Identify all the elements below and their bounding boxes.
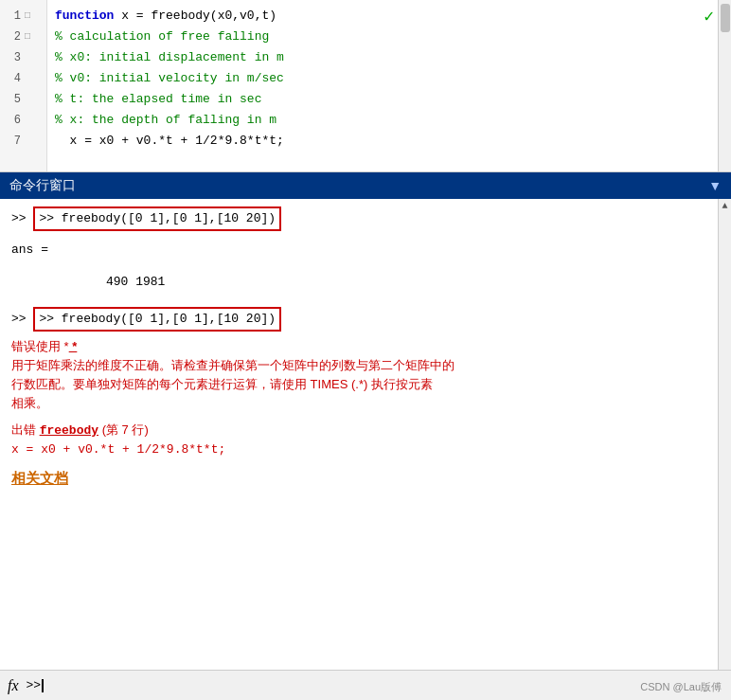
fx-label: fx xyxy=(8,677,19,694)
error-asterisk: * xyxy=(69,339,78,353)
ans-label: ans = xyxy=(11,241,712,260)
prompt-symbol-1: >> xyxy=(11,211,33,225)
code-line-4: % v0: initial velocity in m/sec xyxy=(55,68,710,89)
cmd-window-header: 命令行窗口 ▼ xyxy=(0,172,731,199)
line-numbers: 1 □ 2 □ 3 4 5 6 xyxy=(0,0,47,171)
editor-scrollbar[interactable] xyxy=(718,0,731,171)
error-location: 出错 freebody (第 7 行) xyxy=(11,421,712,440)
cmd-body[interactable]: >> >> freebody([0 1],[0 1],[10 20]) ans … xyxy=(0,199,731,670)
code-line-3: % x0: initial displacement in m xyxy=(55,47,710,68)
line-row-7: 7 xyxy=(4,131,43,152)
related-docs-link[interactable]: 相关文档 xyxy=(11,469,712,488)
cmd-dropdown-icon[interactable]: ▼ xyxy=(708,178,722,193)
prompt-symbol-2: >> xyxy=(11,312,33,326)
error-location-line-num: (第 7 行) xyxy=(98,422,149,437)
cursor xyxy=(42,679,44,692)
line-row-5: 5 xyxy=(4,89,43,110)
error-line-3: 行数匹配。要单独对矩阵的每个元素进行运算，请使用 TIMES (.*) 执行按元… xyxy=(11,375,712,394)
error-line-2: 用于矩阵乘法的维度不正确。请检查并确保第一个矩阵中的列数与第二个矩阵中的 xyxy=(11,356,712,375)
code-editor: 1 □ 2 □ 3 4 5 6 xyxy=(0,0,731,172)
cmd-window-title: 命令行窗口 xyxy=(9,177,76,194)
line-row-3: 3 xyxy=(4,47,43,68)
ans-text: ans = xyxy=(11,242,48,257)
status-check-icon: ✓ xyxy=(704,6,714,27)
bottom-prompt: >> xyxy=(27,678,42,692)
line-num-3: 3 xyxy=(4,47,21,68)
code-line-7: x = x0 + v0.*t + 1/2*9.8*t*t; xyxy=(55,131,710,152)
line-num-4: 4 xyxy=(4,68,21,89)
error-block: 错误使用 * * 用于矩阵乘法的维度不正确。请检查并确保第一个矩阵中的列数与第二… xyxy=(11,337,712,413)
second-command-block: >> >> freebody([0 1],[0 1],[10 20]) xyxy=(11,307,712,333)
cmd-scroll-up-arrow[interactable]: ▲ xyxy=(719,199,731,213)
first-prompt-line: >> >> freebody([0 1],[0 1],[10 20]) xyxy=(11,206,712,235)
code-line-1: function x = freebody(x0,v0,t) xyxy=(55,6,710,27)
fold-icon-5 xyxy=(25,89,36,110)
fold-icon-7 xyxy=(25,131,36,152)
fold-icon-1[interactable]: □ xyxy=(25,6,36,27)
line-row-4: 4 xyxy=(4,68,43,89)
error-text-1: 错误使用 * xyxy=(11,339,69,353)
error-location-link[interactable]: freebody xyxy=(40,423,98,438)
code-content[interactable]: function x = freebody(x0,v0,t) % calcula… xyxy=(47,0,718,171)
code-line-2: % calculation of free falling xyxy=(55,27,710,47)
line-num-7: 7 xyxy=(4,131,21,152)
second-command-input[interactable]: >> freebody([0 1],[0 1],[10 20]) xyxy=(33,307,281,332)
code-line-5: % t: the elapsed time in sec xyxy=(55,89,710,110)
first-command-block: >> >> freebody([0 1],[0 1],[10 20]) xyxy=(11,206,712,235)
line-num-5: 5 xyxy=(4,89,21,110)
line-num-1: 1 xyxy=(4,6,21,27)
fold-icon-4 xyxy=(25,68,36,89)
cmd-scrollbar[interactable]: ▲ xyxy=(718,199,731,670)
line-num-6: 6 xyxy=(4,110,21,131)
main-container: 1 □ 2 □ 3 4 5 6 xyxy=(0,0,731,700)
error-location-label: 出错 xyxy=(11,422,40,437)
first-command-input[interactable]: >> freebody([0 1],[0 1],[10 20]) xyxy=(33,206,281,231)
code-line-6: % x: the depth of falling in m xyxy=(55,110,710,131)
ans-values: 490 1981 xyxy=(11,265,712,299)
cmd-content: >> >> freebody([0 1],[0 1],[10 20]) ans … xyxy=(0,199,731,495)
scroll-thumb[interactable] xyxy=(721,4,730,32)
line-row-6: 6 xyxy=(4,110,43,131)
line-row-2: 2 □ xyxy=(4,27,43,47)
bottom-bar: fx >> CSDN @Lau版傅 xyxy=(0,670,731,700)
error-line-4: 相乘。 xyxy=(11,394,712,413)
fold-icon-6 xyxy=(25,110,36,131)
error-line-1: 错误使用 * * xyxy=(11,337,712,356)
second-prompt-line: >> >> freebody([0 1],[0 1],[10 20]) xyxy=(11,307,712,333)
line-num-2: 2 xyxy=(4,27,21,47)
fold-icon-2[interactable]: □ xyxy=(25,27,36,47)
error-code-display: x = x0 + v0.*t + 1/2*9.8*t*t; xyxy=(11,440,712,459)
line-row-1: 1 □ xyxy=(4,6,43,27)
watermark: CSDN @Lau版傅 xyxy=(640,680,722,694)
fold-icon-3 xyxy=(25,47,36,68)
